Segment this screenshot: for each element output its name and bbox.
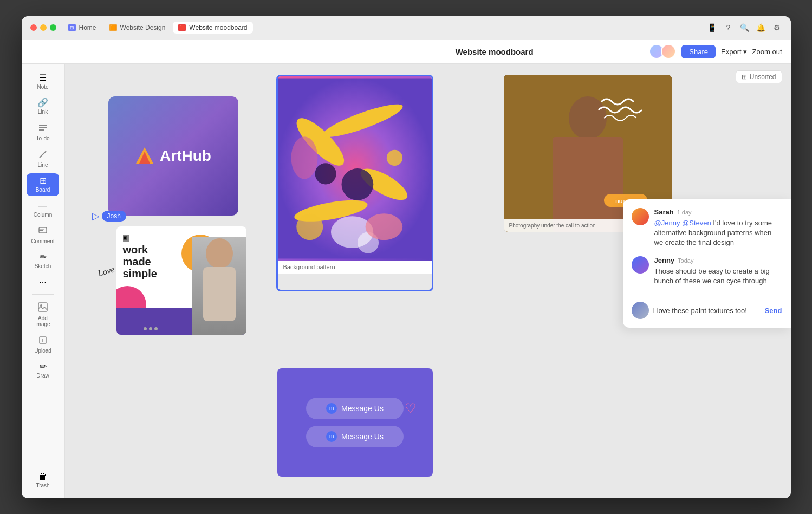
svg-rect-6 (39, 230, 43, 231)
jenny-avatar (632, 256, 649, 274)
maximize-button[interactable] (50, 24, 56, 31)
send-button[interactable]: Send (765, 307, 782, 315)
jenny-comment-content: Jenny Today Those should be easy to crea… (654, 256, 782, 286)
unsorted-icon: ⊞ (742, 73, 747, 81)
moodboard-tab-label: Website moodboard (189, 24, 247, 31)
josh-cursor-arrow: ▷ (92, 210, 100, 222)
note-icon: ☰ (39, 74, 47, 82)
svg-line-3 (40, 151, 46, 158)
tab-home[interactable]: ⊞ Home (63, 22, 102, 34)
home-tab-label: Home (79, 24, 96, 31)
sarah-time: 1 day (677, 209, 692, 216)
add-image-label: Add image (32, 315, 54, 327)
zoom-out-button[interactable]: Zoom out (752, 48, 782, 56)
card-message[interactable]: m Message Us m Message Us ♡ (277, 368, 433, 477)
card-paint[interactable]: Jenny 2 (276, 75, 433, 291)
sarah-comment-content: Sarah 1 day @Jenny @Steven I'd love to t… (654, 208, 782, 248)
josh-cursor: ▷ Josh (92, 210, 126, 222)
main-layout: ☰ Note 🔗 Link To-do Line ⊞ Bo (22, 64, 791, 498)
message-us-label-1: Message Us (341, 404, 384, 413)
trash-icon: 🗑 (38, 472, 47, 481)
phone-icon[interactable]: 📱 (707, 23, 717, 32)
column-label: Column (34, 212, 52, 218)
jenny-comment-header: Jenny Today (654, 256, 782, 264)
notifications-icon[interactable]: 🔔 (756, 23, 766, 32)
app-window: ⊞ Home 🟧 Website Design 🟥 Website moodbo… (22, 16, 791, 498)
unsorted-badge: ⊞ Unsorted (736, 70, 782, 83)
paint-canvas (278, 76, 432, 261)
avatar-2 (661, 44, 676, 59)
sidebar-item-sketch[interactable]: ✏ Sketch (27, 250, 59, 272)
svg-point-24 (365, 213, 402, 240)
jenny-comment-text: Those should be easy to create a big bun… (654, 266, 782, 286)
window-controls (30, 24, 56, 31)
sidebar-item-draw[interactable]: ✏ Draw (27, 359, 59, 382)
card-arthub[interactable]: ArtHub (108, 96, 238, 216)
sidebar-item-board[interactable]: ⊞ Board (27, 173, 59, 196)
current-user-avatar (632, 302, 649, 319)
svg-rect-0 (39, 125, 47, 126)
sidebar-item-link[interactable]: 🔗 Link (27, 95, 59, 118)
line-icon (38, 150, 47, 160)
unsorted-label: Unsorted (750, 73, 776, 81)
link-label: Link (38, 109, 48, 115)
tab-website-moodboard[interactable]: 🟥 Website moodboard (173, 22, 252, 34)
help-icon[interactable]: ? (724, 23, 733, 32)
sidebar-item-add-image[interactable]: Add image (27, 299, 59, 330)
sidebar-item-line[interactable]: Line (27, 147, 59, 171)
canvas-area[interactable]: ⊞ Unsorted ArtHub ▷ Josh (65, 64, 791, 498)
jenny-time: Today (678, 257, 693, 264)
sidebar-divider (32, 294, 54, 295)
comment-item-jenny: Jenny Today Those should be easy to crea… (632, 256, 782, 286)
share-button[interactable]: Share (681, 45, 716, 58)
search-icon[interactable]: 🔍 (740, 23, 750, 32)
sidebar: ☰ Note 🔗 Link To-do Line ⊞ Bo (22, 64, 65, 498)
close-button[interactable] (30, 24, 37, 31)
work-card-person (192, 237, 246, 335)
sidebar-item-note[interactable]: ☰ Note (27, 70, 59, 93)
sketch-icon: ✏ (40, 253, 47, 262)
minimize-button[interactable] (40, 24, 47, 31)
heart-doodle: ♡ (405, 401, 417, 416)
svg-point-18 (296, 213, 323, 240)
export-chevron-icon: ▾ (743, 48, 747, 56)
tab-website-design[interactable]: 🟧 Website Design (104, 22, 171, 34)
arthub-logo: ArtHub (135, 146, 211, 166)
sidebar-item-upload[interactable]: Upload (27, 333, 59, 357)
messenger-icon-2: m (326, 431, 337, 442)
title-bar-right: 📱 ? 🔍 🔔 ⚙ (707, 23, 782, 32)
title-bar: ⊞ Home 🟧 Website Design 🟥 Website moodbo… (22, 16, 791, 40)
paint-card-label: Background pattern (278, 261, 432, 274)
svg-point-26 (206, 238, 233, 269)
comment-input-area: Send (632, 295, 782, 319)
card-work[interactable]: ▣ workmadesimple (116, 226, 246, 335)
export-button[interactable]: Export ▾ (721, 48, 747, 56)
svg-rect-2 (39, 129, 44, 131)
comment-label: Comment (31, 238, 54, 244)
draw-icon: ✏ (40, 362, 47, 371)
mention-jenny: @Jenny (654, 219, 680, 227)
line-label: Line (38, 162, 48, 168)
svg-point-22 (341, 168, 373, 200)
svg-point-23 (315, 163, 336, 184)
trash-label: Trash (36, 483, 49, 489)
message-us-button-2[interactable]: m Message Us (306, 426, 404, 447)
draw-label: Draw (36, 373, 49, 379)
svg-point-30 (569, 96, 607, 140)
jenny-name: Jenny (654, 256, 675, 264)
tab-bar: ⊞ Home 🟧 Website Design 🟥 Website moodbo… (63, 22, 701, 34)
settings-icon[interactable]: ⚙ (772, 23, 782, 32)
sidebar-item-todo[interactable]: To-do (27, 120, 59, 145)
link-icon: 🔗 (37, 99, 48, 107)
mention-steven: @Steven (682, 219, 711, 227)
messenger-icon-1: m (326, 403, 337, 414)
sidebar-item-trash[interactable]: 🗑 Trash (27, 469, 59, 492)
sidebar-item-more[interactable]: ··· (27, 275, 59, 290)
message-us-button-1[interactable]: m Message Us (306, 398, 404, 419)
comment-input[interactable] (653, 307, 761, 315)
sidebar-item-comment[interactable]: Comment (27, 223, 59, 248)
sidebar-item-column[interactable]: — Column (27, 198, 59, 221)
board-icon: ⊞ (40, 177, 47, 185)
comment-icon (38, 226, 47, 237)
sarah-comment-header: Sarah 1 day (654, 208, 782, 216)
